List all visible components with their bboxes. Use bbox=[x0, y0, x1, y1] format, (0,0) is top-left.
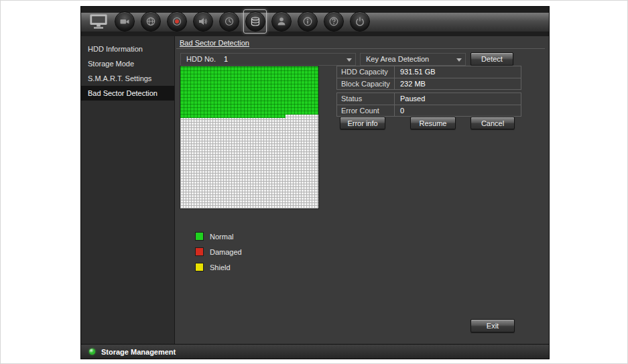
hdd-capacity-label: HDD Capacity bbox=[337, 66, 395, 78]
statusbar-label: Storage Management bbox=[101, 348, 176, 356]
detection-type-value: Key Area Detection bbox=[366, 55, 429, 63]
cancel-button[interactable]: Cancel bbox=[470, 117, 515, 129]
hdd-capacity-value: 931.51 GB bbox=[395, 66, 436, 78]
toolbar-icons bbox=[86, 9, 371, 34]
legend-item-shield: Shield bbox=[195, 263, 242, 271]
hdd-number-select[interactable]: HDD No. 1 bbox=[180, 53, 356, 66]
sector-map bbox=[180, 66, 319, 209]
help-icon-circle bbox=[324, 11, 344, 32]
scanned-partial-row bbox=[180, 115, 286, 118]
alarm-icon[interactable] bbox=[191, 9, 214, 34]
shield-swatch bbox=[195, 263, 204, 271]
main-toolbar bbox=[81, 7, 549, 36]
block-capacity-label: Block Capacity bbox=[337, 78, 395, 89]
camera-icon[interactable] bbox=[113, 9, 136, 34]
record-icon-circle bbox=[167, 11, 187, 32]
detection-type-select[interactable]: Key Area Detection bbox=[360, 53, 466, 66]
power-icon-circle bbox=[350, 11, 370, 32]
damaged-swatch bbox=[195, 247, 204, 256]
normal-swatch bbox=[195, 232, 204, 241]
content-panel: Bad Sector Detection HDD No. 1 Key Area … bbox=[175, 36, 549, 344]
tab-bad-sector-detection[interactable]: Bad Sector Detection bbox=[180, 39, 249, 47]
scanned-area bbox=[180, 66, 318, 115]
camera-icon-circle bbox=[115, 11, 135, 32]
system-icon-circle bbox=[219, 11, 239, 32]
network-icon[interactable] bbox=[139, 9, 162, 34]
chevron-down-icon bbox=[347, 58, 352, 62]
display-icon[interactable] bbox=[86, 9, 110, 34]
block-capacity-row: Block Capacity 232 MB bbox=[337, 78, 521, 89]
sidebar-item-hdd-information[interactable]: HDD Information bbox=[81, 42, 174, 56]
legend-label-shield: Shield bbox=[210, 263, 231, 271]
sidebar-item-smart-settings[interactable]: S.M.A.R.T. Settings bbox=[81, 71, 174, 86]
capacity-table: HDD Capacity 931.51 GB Block Capacity 23… bbox=[336, 66, 521, 90]
status-bar: Storage Management bbox=[81, 344, 549, 359]
status-value: Paused bbox=[395, 93, 425, 105]
error-count-row: Error Count 0 bbox=[337, 105, 521, 116]
hdd-capacity-row: HDD Capacity 931.51 GB bbox=[337, 66, 521, 78]
legend-item-normal: Normal bbox=[195, 232, 242, 241]
legend-item-damaged: Damaged bbox=[195, 247, 242, 256]
resume-button[interactable]: Resume bbox=[410, 117, 456, 129]
error-info-button[interactable]: Error info bbox=[340, 117, 385, 129]
detect-button[interactable]: Detect bbox=[470, 52, 513, 66]
alarm-icon-circle bbox=[193, 11, 213, 32]
legend-label-damaged: Damaged bbox=[210, 248, 242, 256]
power-icon[interactable] bbox=[348, 9, 371, 34]
hdd-no-value: 1 bbox=[224, 55, 228, 63]
legend: Normal Damaged Shield bbox=[195, 232, 242, 278]
nvr-settings-window: HDD Information Storage Mode S.M.A.R.T. … bbox=[80, 6, 550, 359]
page: HDD Information Storage Mode S.M.A.R.T. … bbox=[0, 0, 628, 364]
sidebar-item-bad-sector-detection[interactable]: Bad Sector Detection bbox=[81, 86, 174, 101]
error-count-label: Error Count bbox=[337, 105, 395, 116]
user-icon[interactable] bbox=[269, 9, 293, 34]
status-row: Status Paused bbox=[337, 93, 521, 105]
hdd-no-label: HDD No. bbox=[186, 55, 216, 63]
error-count-value: 0 bbox=[395, 105, 404, 116]
sidebar: HDD Information Storage Mode S.M.A.R.T. … bbox=[81, 36, 175, 344]
storage-icon-circle bbox=[245, 11, 265, 32]
info-icon-circle bbox=[298, 11, 318, 32]
tab-header: Bad Sector Detection bbox=[176, 38, 545, 49]
user-icon-circle bbox=[271, 11, 292, 32]
storage-icon[interactable] bbox=[243, 9, 267, 34]
exit-button[interactable]: Exit bbox=[470, 319, 515, 332]
sidebar-item-storage-mode[interactable]: Storage Mode bbox=[81, 56, 174, 71]
status-label: Status bbox=[337, 93, 395, 105]
network-icon-circle bbox=[141, 11, 161, 32]
info-icon[interactable] bbox=[296, 9, 319, 34]
system-icon[interactable] bbox=[217, 9, 241, 34]
help-icon[interactable] bbox=[322, 9, 345, 34]
block-capacity-value: 232 MB bbox=[395, 78, 426, 89]
status-led-icon bbox=[89, 349, 95, 355]
status-table: Status Paused Error Count 0 bbox=[336, 93, 521, 117]
chevron-down-icon bbox=[456, 58, 462, 62]
legend-label-normal: Normal bbox=[210, 233, 233, 241]
record-icon[interactable] bbox=[165, 9, 188, 34]
